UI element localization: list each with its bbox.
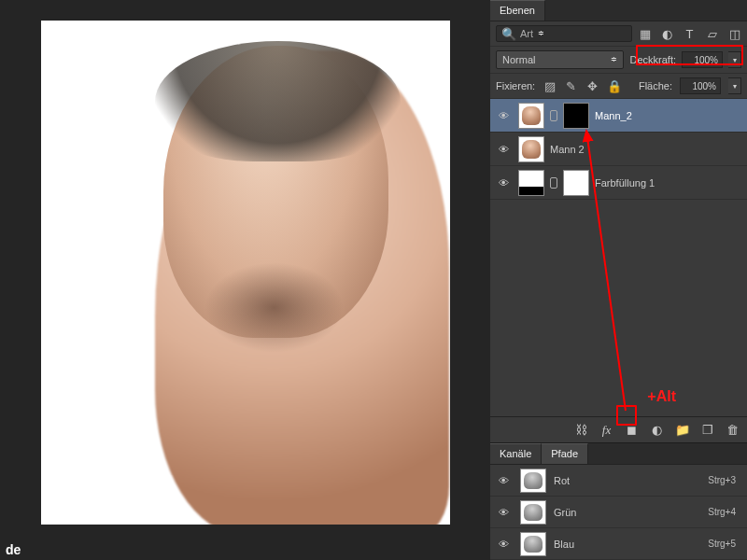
fx-icon[interactable]: fx	[599, 423, 613, 437]
shape-filter-icon[interactable]: ▱	[705, 27, 719, 41]
channel-shortcut: Strg+5	[708, 539, 743, 549]
layer-filter-search[interactable]: 🔍 Art ≑	[496, 25, 632, 42]
add-mask-icon[interactable]: ◼	[625, 423, 639, 437]
mask-thumbnail[interactable]	[563, 170, 589, 196]
layer-thumbnail[interactable]	[518, 136, 544, 162]
opacity-flyout[interactable]: ▾	[728, 51, 741, 68]
channel-thumbnail	[520, 500, 546, 525]
mask-link-icon[interactable]	[550, 177, 557, 189]
lock-label: Fixieren:	[496, 80, 535, 91]
lock-transparency-icon[interactable]: ▨	[543, 79, 557, 93]
channel-row[interactable]: 👁 Grün Strg+4	[490, 497, 747, 528]
tab-paths[interactable]: Pfade	[542, 443, 588, 464]
search-icon: 🔍	[501, 27, 515, 41]
visibility-icon[interactable]: 👁	[494, 507, 513, 518]
new-layer-icon[interactable]: ❐	[700, 423, 714, 437]
link-icon[interactable]: ⛓	[574, 423, 588, 437]
opacity-label: Deckkraft:	[629, 54, 676, 65]
type-filter-icon[interactable]: T	[683, 27, 697, 41]
tab-channels[interactable]: Kanäle	[490, 443, 542, 464]
chevron-updown-icon: ≑	[538, 30, 544, 37]
layer-row[interactable]: 👁 Farbfüllung 1	[490, 166, 747, 200]
lock-position-icon[interactable]: ✥	[585, 79, 599, 93]
canvas-area	[0, 0, 490, 560]
layer-name[interactable]: Farbfüllung 1	[595, 177, 655, 189]
mask-thumbnail[interactable]	[563, 103, 589, 129]
adjustment-filter-icon[interactable]: ◐	[660, 27, 674, 41]
fill-flyout[interactable]: ▾	[728, 77, 741, 94]
chevron-updown-icon: ≑	[611, 56, 617, 63]
layer-name[interactable]: Mann 2	[550, 144, 585, 155]
channel-name: Grün	[554, 507, 576, 518]
layer-row[interactable]: 👁 Mann_2	[490, 99, 747, 133]
layers-list: 👁 Mann_2 👁 Mann 2 👁 Farbfüllung 1	[490, 99, 747, 200]
channel-thumbnail	[520, 532, 546, 556]
layers-bottom-bar: ⛓ fx ◼ ◐ 📁 ❐ 🗑	[490, 416, 747, 442]
visibility-icon[interactable]: 👁	[494, 110, 513, 121]
channel-thumbnail	[520, 469, 546, 493]
annotation-alt: +Alt	[647, 388, 676, 405]
lock-all-icon[interactable]: 🔒	[607, 79, 621, 93]
filter-icons: ▦ ◐ T ▱ ◫	[638, 27, 741, 41]
image-filter-icon[interactable]: ▦	[638, 27, 652, 41]
mask-link-icon[interactable]	[550, 110, 557, 121]
filter-type-label: Art	[520, 28, 533, 39]
blend-mode-value: Normal	[502, 54, 535, 65]
visibility-icon[interactable]: 👁	[494, 539, 513, 550]
photo-content	[41, 21, 450, 525]
channel-row[interactable]: 👁 Blau Strg+5	[490, 528, 747, 560]
fill-label: Fläche:	[639, 80, 672, 91]
channel-shortcut: Strg+3	[708, 475, 743, 485]
trash-icon[interactable]: 🗑	[726, 423, 740, 437]
tab-layers[interactable]: Ebenen	[490, 0, 545, 21]
channel-row[interactable]: 👁 Rot Strg+3	[490, 465, 747, 497]
visibility-icon[interactable]: 👁	[494, 475, 513, 486]
layer-thumbnail[interactable]	[518, 103, 544, 129]
layer-row[interactable]: 👁 Mann 2	[490, 133, 747, 166]
layer-name[interactable]: Mann_2	[595, 110, 632, 121]
visibility-icon[interactable]: 👁	[494, 144, 513, 155]
channels-panel: Kanäle Pfade 👁 Rot Strg+3 👁 Grün Strg+4 …	[490, 442, 747, 560]
channel-shortcut: Strg+4	[708, 507, 743, 517]
visibility-icon[interactable]: 👁	[494, 177, 513, 189]
opacity-input[interactable]: 100%	[682, 51, 723, 68]
adjustment-icon[interactable]: ◐	[650, 423, 664, 437]
layers-panel: Ebenen 🔍 Art ≑ ▦ ◐ T ▱ ◫ Normal ≑ Deckkr…	[490, 0, 747, 560]
channel-name: Rot	[554, 475, 570, 486]
panel-tabs: Ebenen	[490, 0, 747, 21]
group-icon[interactable]: 📁	[675, 423, 689, 437]
fill-thumbnail[interactable]	[518, 170, 544, 196]
channel-name: Blau	[554, 539, 574, 550]
document-canvas[interactable]	[41, 21, 450, 525]
fill-input[interactable]: 100%	[680, 77, 721, 94]
lock-pixels-icon[interactable]: ✎	[564, 79, 578, 93]
blend-mode-select[interactable]: Normal ≑	[496, 50, 624, 69]
smartobj-filter-icon[interactable]: ◫	[727, 27, 741, 41]
watermark: de	[0, 539, 26, 560]
